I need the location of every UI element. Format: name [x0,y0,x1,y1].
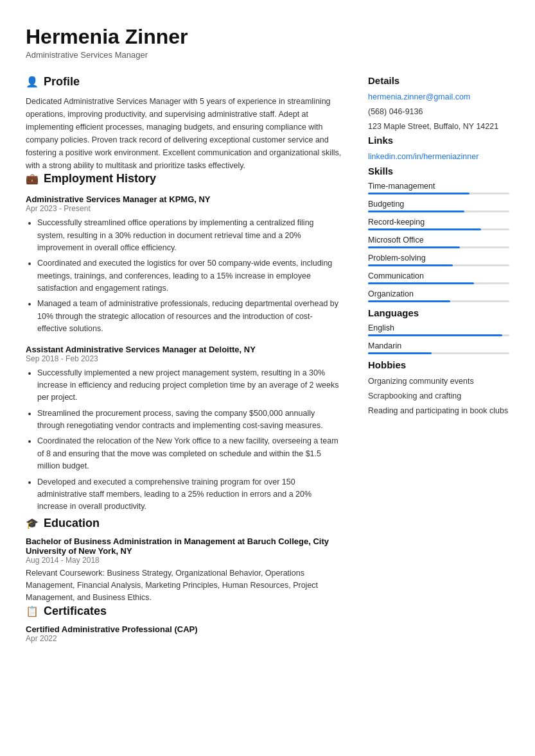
cert-date-1: Apr 2022 [26,634,342,643]
skill-item: Budgeting [368,200,509,212]
details-section: Details hermenia.zinner@gmail.com (568) … [368,75,509,132]
hobbies-section: Hobbies Organizing community eventsScrap… [368,359,509,417]
links-heading: Links [368,135,509,146]
job-date-2: Sep 2018 - Feb 2023 [26,354,342,363]
bullet: Successfully implemented a new project m… [37,367,342,404]
edu-item: Bachelor of Business Administration in M… [26,537,342,605]
right-column: Details hermenia.zinner@gmail.com (568) … [368,75,509,643]
employment-icon: 💼 [26,173,39,185]
skill-label: Budgeting [368,200,509,209]
certificates-label: Certificates [44,605,107,618]
job-item: Administrative Services Manager at KPMG,… [26,194,342,335]
language-bar-bg [368,352,509,354]
certificates-icon: 📋 [26,605,39,617]
certificates-section: 📋 Certificates Certified Administrative … [26,605,342,643]
resume-header: Hermenia Zinner Administrative Services … [26,26,509,60]
hobbies-heading: Hobbies [368,359,509,370]
job-bullets-1: Successfully streamlined office operatio… [26,217,342,335]
employment-section: 💼 Employment History Administrative Serv… [26,172,342,513]
hobby-item: Scrapbooking and crafting [368,390,509,402]
edu-date-1: Aug 2014 - May 2018 [26,556,342,565]
skill-item: Time-management [368,182,509,194]
skill-bar-fill [368,210,464,212]
skill-bar-bg [368,246,509,248]
skill-item: Organization [368,289,509,302]
skill-bar-bg [368,228,509,230]
skill-bar-bg [368,193,509,194]
candidate-name: Hermenia Zinner [26,26,509,48]
cert-item: Certified Administrative Professional (C… [26,624,342,643]
bullet: Coordinated and executed the logistics f… [37,257,342,295]
job-title-1: Administrative Services Manager at KPMG,… [26,194,342,204]
skill-bar-bg [368,282,509,284]
hobby-item: Reading and participating in book clubs [368,405,509,417]
skill-item: Problem-solving [368,253,509,266]
employment-heading: 💼 Employment History [26,172,342,185]
skill-bar-fill [368,246,460,248]
skill-bar-fill [368,228,481,230]
bullet: Developed and executed a comprehensive t… [37,476,342,513]
skill-item: Record-keeping [368,218,509,230]
skill-bar-fill [368,300,450,302]
skill-bar-bg [368,264,509,266]
cert-title-1: Certified Administrative Professional (C… [26,624,342,634]
profile-icon: 👤 [26,76,39,88]
language-item: Mandarin [368,341,509,354]
edu-title-1: Bachelor of Business Administration in M… [26,537,342,556]
education-heading: 🎓 Education [26,517,342,530]
skill-label: Communication [368,271,509,280]
skill-bar-fill [368,282,474,284]
languages-heading: Languages [368,307,509,318]
linkedin-link[interactable]: linkedin.com/in/hermeniazinner [368,152,478,161]
language-bar-fill [368,334,502,336]
profile-label: Profile [44,75,80,89]
job-title-2: Assistant Administrative Services Manage… [26,345,342,354]
skill-label: Time-management [368,182,509,191]
bullet: Successfully streamlined office operatio… [37,217,342,254]
language-label: Mandarin [368,341,509,350]
skills-heading: Skills [368,166,509,176]
education-section: 🎓 Education Bachelor of Business Adminis… [26,517,342,605]
skill-bar-bg [368,300,509,302]
profile-text: Dedicated Administrative Services Manage… [26,95,342,172]
education-icon: 🎓 [26,517,39,529]
job-item: Assistant Administrative Services Manage… [26,345,342,513]
hobbies-list: Organizing community eventsScrapbooking … [368,375,509,417]
languages-section: Languages English Mandarin [368,307,509,354]
links-section: Links linkedin.com/in/hermeniazinner [368,135,509,163]
skill-bar-fill [368,264,453,266]
hobby-item: Organizing community events [368,375,509,388]
skill-bar-bg [368,210,509,212]
bullet: Streamlined the procurement process, sav… [37,408,342,433]
skill-label: Microsoft Office [368,236,509,245]
edu-text-1: Relevant Coursework: Business Strategy, … [26,567,342,605]
languages-list: English Mandarin [368,323,509,354]
skill-item: Microsoft Office [368,236,509,248]
skills-list: Time-management Budgeting Record-keeping… [368,182,509,302]
language-label: English [368,323,509,332]
skill-label: Organization [368,289,509,298]
language-bar-bg [368,334,509,336]
skill-item: Communication [368,271,509,284]
left-column: 👤 Profile Dedicated Administrative Servi… [26,75,342,643]
job-date-1: Apr 2023 - Present [26,204,342,213]
skill-label: Problem-solving [368,253,509,262]
bullet: Managed a team of administrative profess… [37,298,342,335]
job-bullets-2: Successfully implemented a new project m… [26,367,342,513]
details-email: hermenia.zinner@gmail.com [368,91,509,103]
skill-label: Record-keeping [368,218,509,227]
bullet: Coordinated the relocation of the New Yo… [37,435,342,472]
linkedin-link-item: linkedin.com/in/hermeniazinner [368,151,509,163]
email-link[interactable]: hermenia.zinner@gmail.com [368,92,470,101]
education-label: Education [44,517,100,530]
certificates-heading: 📋 Certificates [26,605,342,618]
language-item: English [368,323,509,336]
profile-heading: 👤 Profile [26,75,342,89]
details-heading: Details [368,75,509,86]
skill-bar-fill [368,193,469,194]
details-address: 123 Maple Street, Buffalo, NY 14221 [368,121,509,133]
details-phone: (568) 046-9136 [368,106,509,118]
candidate-title: Administrative Services Manager [26,50,509,60]
skills-section: Skills Time-management Budgeting Record-… [368,166,509,302]
language-bar-fill [368,352,432,354]
